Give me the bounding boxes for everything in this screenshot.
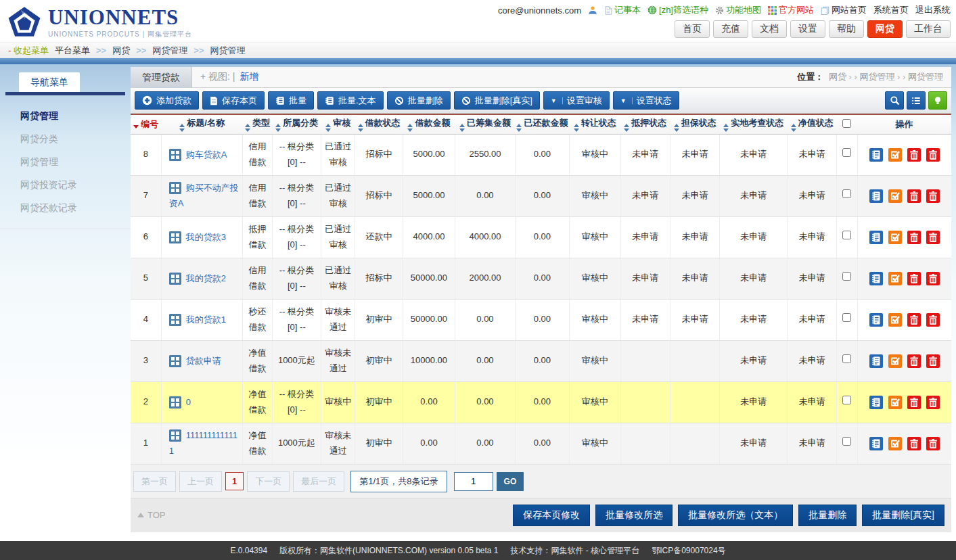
delete-button[interactable] (907, 231, 921, 244)
row-checkbox[interactable] (842, 272, 851, 281)
detail-button[interactable] (869, 313, 883, 327)
loan-title-link[interactable]: 我的贷款2 (186, 273, 226, 283)
bottom-button-3[interactable]: 批量修改所选（文本） (678, 505, 793, 526)
delete-button[interactable] (907, 313, 921, 327)
sidebar-item-3[interactable]: 网贷管理 (20, 150, 124, 173)
column-header-networth[interactable]: 净值状态 (787, 114, 836, 134)
list-view-button[interactable] (907, 91, 926, 110)
column-header-id[interactable]: 编号 (131, 114, 161, 134)
column-header-raised[interactable]: 已筹集金额 (455, 114, 516, 134)
breadcrumb-item-3[interactable]: 网贷管理 (210, 45, 246, 57)
page-first-button[interactable]: 第一页 (133, 471, 176, 492)
detail-button[interactable] (869, 148, 883, 162)
toolbar-button-6[interactable]: 批量删除[真实] (454, 91, 540, 110)
platform-menu-link[interactable]: 平台菜单 (55, 45, 90, 57)
view-new-link[interactable]: 新增 (240, 71, 258, 83)
toolbar-button-7[interactable]: ▼设置审核 (543, 91, 610, 110)
toolbar-button-1[interactable]: 添加贷款 (135, 91, 199, 110)
row-checkbox[interactable] (842, 354, 851, 363)
delete-button[interactable] (907, 272, 921, 285)
column-header-inspect[interactable]: 实地考查状态 (720, 114, 788, 134)
quicklink-1[interactable]: 记事本 (604, 4, 641, 16)
column-header-guarantee[interactable]: 担保状态 (670, 114, 720, 134)
audit-button[interactable] (888, 148, 902, 162)
real-delete-button[interactable] (926, 313, 940, 327)
nav-tab-2[interactable]: 充值 (713, 20, 748, 38)
toolbar-button-8[interactable]: ▼设置状态 (613, 91, 679, 110)
column-header-check[interactable] (837, 114, 857, 134)
column-header-title[interactable]: 标题/名称 (161, 114, 243, 134)
nav-tab-5[interactable]: 帮助 (829, 20, 864, 38)
column-header-audit[interactable]: 审核 (321, 114, 355, 134)
toolbar-button-3[interactable]: 批量 (268, 91, 314, 110)
loan-title-link[interactable]: 购车贷款A (186, 149, 227, 160)
page-last-button[interactable]: 最后一页 (293, 471, 344, 492)
detail-button[interactable] (869, 231, 883, 244)
back-to-top-link[interactable]: TOP (137, 510, 166, 520)
column-header-amount[interactable]: 借款金额 (403, 114, 455, 134)
audit-button[interactable] (888, 231, 902, 244)
bottom-button-5[interactable]: 批量删除[真实] (862, 505, 944, 526)
breadcrumb-item-2[interactable]: 网贷管理 (152, 45, 187, 57)
sidebar-item-4[interactable]: 网贷投资记录 (20, 173, 124, 196)
nav-tab-6[interactable]: 网贷 (867, 20, 903, 38)
quicklink-6[interactable]: 系统首页 (873, 4, 909, 16)
delete-button[interactable] (907, 148, 921, 162)
tab-manage-loans[interactable]: 管理贷款 (131, 67, 192, 88)
bottom-button-1[interactable]: 保存本页修改 (513, 505, 590, 526)
audit-button[interactable] (888, 437, 902, 450)
collapse-menu-link[interactable]: 收起菜单 (8, 45, 49, 57)
detail-button[interactable] (869, 272, 883, 285)
sidebar-tab-nav-menu[interactable]: 导航菜单 (19, 72, 80, 92)
real-delete-button[interactable] (926, 396, 940, 409)
nav-tab-7[interactable]: 工作台 (906, 20, 951, 38)
bulb-button[interactable] (928, 91, 947, 110)
quicklink-2[interactable]: [zh]筛选语种 (647, 4, 708, 16)
real-delete-button[interactable] (926, 354, 940, 368)
page-prev-button[interactable]: 上一页 (179, 471, 222, 492)
page-next-button[interactable]: 下一页 (247, 471, 290, 492)
row-checkbox[interactable] (842, 437, 851, 446)
quicklink-7[interactable]: 退出系统 (915, 4, 951, 16)
bottom-button-2[interactable]: 批量修改所选 (595, 505, 673, 526)
real-delete-button[interactable] (926, 272, 940, 285)
loan-title-link[interactable]: 我的贷款3 (186, 232, 226, 242)
page-go-button[interactable]: GO (497, 472, 524, 491)
loan-title-link[interactable]: 贷款申请 (186, 356, 221, 366)
bottom-button-4[interactable]: 批量删除 (798, 505, 857, 526)
column-header-category[interactable]: 所属分类 (272, 114, 321, 134)
nav-tab-3[interactable]: 文档 (752, 20, 787, 38)
audit-button[interactable] (888, 313, 902, 327)
column-header-mortgage[interactable]: 抵押状态 (620, 114, 670, 134)
real-delete-button[interactable] (926, 231, 940, 244)
column-header-loan_status[interactable]: 借款状态 (355, 114, 403, 134)
quicklink-4[interactable]: 官方网站 (768, 4, 814, 16)
column-header-type[interactable]: 类型 (243, 114, 272, 134)
delete-button[interactable] (907, 437, 921, 450)
breadcrumb-item-1[interactable]: 网贷 (112, 45, 130, 57)
detail-button[interactable] (869, 396, 883, 409)
real-delete-button[interactable] (926, 437, 940, 450)
sidebar-item-1[interactable]: 网贷管理 (20, 104, 124, 127)
nav-tab-1[interactable]: 首页 (675, 20, 710, 38)
page-input[interactable] (454, 472, 493, 491)
sidebar-item-5[interactable]: 网贷还款记录 (20, 196, 124, 219)
column-header-repaid[interactable]: 已还款金额 (515, 114, 569, 134)
toolbar-button-5[interactable]: 批量删除 (387, 91, 451, 110)
row-checkbox[interactable] (842, 396, 851, 404)
audit-button[interactable] (888, 189, 902, 203)
page-current[interactable]: 1 (225, 472, 244, 490)
row-checkbox[interactable] (842, 148, 851, 157)
row-checkbox[interactable] (842, 231, 851, 239)
row-checkbox[interactable] (842, 313, 851, 322)
audit-button[interactable] (888, 396, 902, 409)
search-button[interactable] (885, 91, 904, 110)
quicklink-5[interactable]: 网站首页 (821, 4, 867, 16)
detail-button[interactable] (869, 437, 883, 450)
person-icon[interactable] (588, 5, 597, 15)
audit-button[interactable] (888, 272, 902, 285)
delete-button[interactable] (907, 189, 921, 203)
delete-button[interactable] (907, 354, 921, 368)
quicklink-3[interactable]: 功能地图 (715, 4, 761, 16)
delete-button[interactable] (907, 396, 921, 409)
